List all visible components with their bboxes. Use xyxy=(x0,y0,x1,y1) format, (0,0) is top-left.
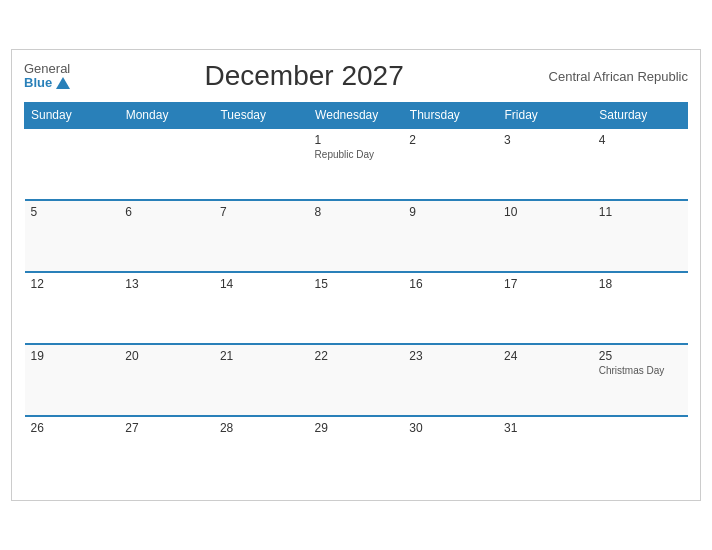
header-thursday: Thursday xyxy=(403,103,498,129)
header-sunday: Sunday xyxy=(25,103,120,129)
header-tuesday: Tuesday xyxy=(214,103,309,129)
day-number: 30 xyxy=(409,421,492,435)
day-number: 31 xyxy=(504,421,587,435)
calendar-week-row: 567891011 xyxy=(25,200,688,272)
header-monday: Monday xyxy=(119,103,214,129)
day-number: 18 xyxy=(599,277,682,291)
day-number: 29 xyxy=(315,421,398,435)
day-number: 24 xyxy=(504,349,587,363)
calendar-week-row: 19202122232425Christmas Day xyxy=(25,344,688,416)
calendar-week-row: 12131415161718 xyxy=(25,272,688,344)
calendar-country: Central African Republic xyxy=(538,69,688,84)
calendar-cell xyxy=(119,128,214,200)
day-number: 8 xyxy=(315,205,398,219)
calendar-cell: 11 xyxy=(593,200,688,272)
calendar-cell: 30 xyxy=(403,416,498,488)
logo-general-text: General xyxy=(24,62,70,76)
calendar-cell: 17 xyxy=(498,272,593,344)
calendar-cell: 18 xyxy=(593,272,688,344)
calendar-cell: 27 xyxy=(119,416,214,488)
calendar-cell: 26 xyxy=(25,416,120,488)
calendar-cell: 15 xyxy=(309,272,404,344)
calendar-week-row: 262728293031 xyxy=(25,416,688,488)
calendar-cell: 12 xyxy=(25,272,120,344)
day-header-row: Sunday Monday Tuesday Wednesday Thursday… xyxy=(25,103,688,129)
calendar-cell xyxy=(593,416,688,488)
header-friday: Friday xyxy=(498,103,593,129)
calendar-cell: 13 xyxy=(119,272,214,344)
header-wednesday: Wednesday xyxy=(309,103,404,129)
logo-triangle-icon xyxy=(56,77,70,89)
calendar-cell: 31 xyxy=(498,416,593,488)
day-number: 7 xyxy=(220,205,303,219)
day-number: 22 xyxy=(315,349,398,363)
calendar-cell: 9 xyxy=(403,200,498,272)
day-number: 15 xyxy=(315,277,398,291)
day-number: 23 xyxy=(409,349,492,363)
day-number: 26 xyxy=(31,421,114,435)
calendar-thead: Sunday Monday Tuesday Wednesday Thursday… xyxy=(25,103,688,129)
day-number: 25 xyxy=(599,349,682,363)
day-number: 6 xyxy=(125,205,208,219)
calendar-cell: 3 xyxy=(498,128,593,200)
day-number: 28 xyxy=(220,421,303,435)
calendar-cell: 22 xyxy=(309,344,404,416)
day-number: 14 xyxy=(220,277,303,291)
holiday-label: Republic Day xyxy=(315,149,398,160)
day-number: 3 xyxy=(504,133,587,147)
calendar-cell: 19 xyxy=(25,344,120,416)
day-number: 5 xyxy=(31,205,114,219)
calendar-cell: 25Christmas Day xyxy=(593,344,688,416)
calendar-cell: 29 xyxy=(309,416,404,488)
day-number: 27 xyxy=(125,421,208,435)
calendar-cell: 23 xyxy=(403,344,498,416)
header-saturday: Saturday xyxy=(593,103,688,129)
calendar-cell: 21 xyxy=(214,344,309,416)
calendar-cell xyxy=(214,128,309,200)
day-number: 1 xyxy=(315,133,398,147)
day-number: 13 xyxy=(125,277,208,291)
day-number: 11 xyxy=(599,205,682,219)
calendar-week-row: 1Republic Day234 xyxy=(25,128,688,200)
calendar-container: General Blue December 2027 Central Afric… xyxy=(11,49,701,501)
day-number: 10 xyxy=(504,205,587,219)
day-number: 17 xyxy=(504,277,587,291)
calendar-cell: 1Republic Day xyxy=(309,128,404,200)
calendar-cell: 28 xyxy=(214,416,309,488)
day-number: 16 xyxy=(409,277,492,291)
day-number: 21 xyxy=(220,349,303,363)
calendar-cell: 10 xyxy=(498,200,593,272)
calendar-cell: 6 xyxy=(119,200,214,272)
logo-blue-text: Blue xyxy=(24,76,70,90)
calendar-cell: 16 xyxy=(403,272,498,344)
holiday-label: Christmas Day xyxy=(599,365,682,376)
calendar-body: 1Republic Day234567891011121314151617181… xyxy=(25,128,688,488)
day-number: 20 xyxy=(125,349,208,363)
calendar-cell: 4 xyxy=(593,128,688,200)
calendar-cell: 8 xyxy=(309,200,404,272)
calendar-cell: 14 xyxy=(214,272,309,344)
calendar-cell: 24 xyxy=(498,344,593,416)
calendar-cell: 7 xyxy=(214,200,309,272)
calendar-cell: 5 xyxy=(25,200,120,272)
calendar-title: December 2027 xyxy=(70,60,538,92)
logo: General Blue xyxy=(24,62,70,91)
day-number: 2 xyxy=(409,133,492,147)
day-number: 19 xyxy=(31,349,114,363)
day-number: 9 xyxy=(409,205,492,219)
day-number: 4 xyxy=(599,133,682,147)
calendar-cell: 2 xyxy=(403,128,498,200)
day-number: 12 xyxy=(31,277,114,291)
calendar-cell: 20 xyxy=(119,344,214,416)
calendar-cell xyxy=(25,128,120,200)
calendar-header: General Blue December 2027 Central Afric… xyxy=(24,60,688,92)
calendar-table: Sunday Monday Tuesday Wednesday Thursday… xyxy=(24,102,688,488)
